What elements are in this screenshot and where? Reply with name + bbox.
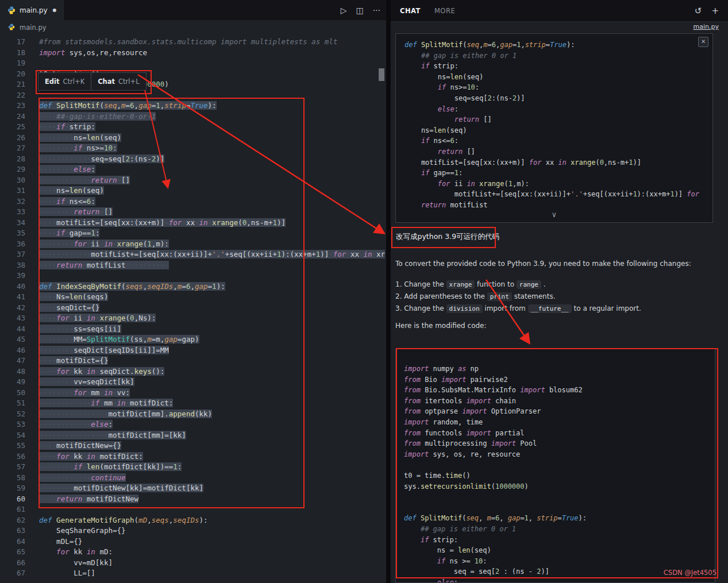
code-line[interactable]: 23def SplitMotif(seq,m=6,gap=1,strip=Tru… xyxy=(0,101,386,111)
code-line[interactable]: 24····##·gap·is·either·0·or·1 xyxy=(0,111,386,122)
line-number: 67 xyxy=(0,568,25,579)
code-line: ns = len(seq) xyxy=(404,545,715,556)
code-line[interactable]: 51············if·mm·in·motifDict: xyxy=(0,398,386,409)
code-line[interactable]: 17#from statsmodels.sandbox.stats.multic… xyxy=(0,37,386,48)
code-line[interactable]: 63 SeqShareGraph={} xyxy=(0,526,386,536)
chat-pane: CHAT MORE ↺ + main.py def SplitMotif(seq… xyxy=(391,0,728,583)
more-actions-button[interactable]: ··· xyxy=(373,6,380,15)
code-line[interactable]: 62def GenerateMotifGraph(mD,seqs,seqIDs)… xyxy=(0,515,386,526)
code-line[interactable]: 27········if·ns>=10: xyxy=(0,143,386,154)
tab-chat[interactable]: CHAT xyxy=(400,7,421,15)
tab-more[interactable]: MORE xyxy=(434,7,455,15)
tab-title: main.py xyxy=(20,6,48,14)
code-line[interactable]: 44········ss=seqs[ii] xyxy=(0,324,386,335)
code-line[interactable]: 64 mDL={} xyxy=(0,536,386,547)
history-icon[interactable]: ↺ xyxy=(695,6,702,16)
line-number: 36 xyxy=(0,239,25,250)
code-line[interactable]: 33········return·[] xyxy=(0,207,386,218)
code-line[interactable]: 50········for·mm·in·vv: xyxy=(0,388,386,399)
line-number: 41 xyxy=(0,292,25,303)
unsaved-dot-icon[interactable]: ● xyxy=(53,7,57,13)
line-number: 51 xyxy=(0,398,25,409)
code-line[interactable]: 49········vv=seqDict[kk] xyxy=(0,377,386,388)
line-number: 50 xyxy=(0,388,25,399)
line-number: 18 xyxy=(0,48,25,59)
code-line[interactable]: 55····motifDictNew={} xyxy=(0,441,386,451)
code-line: if strip: xyxy=(404,535,715,546)
code-line[interactable]: 47····motifDict={} xyxy=(0,356,386,366)
code-line: return motifList xyxy=(405,200,712,211)
pane-divider[interactable] xyxy=(386,0,391,583)
chat-code-2: import numpy as npfrom Bio import pairwi… xyxy=(396,349,715,583)
list-item: 1. Change the xrange function to range . xyxy=(395,279,641,291)
breadcrumb-item[interactable]: main.py xyxy=(20,24,47,32)
line-number: 44 xyxy=(0,324,25,335)
code-line[interactable]: 18import sys,os,re,resource xyxy=(0,48,386,59)
code-line[interactable]: 54················motifDict[mm]=[kk] xyxy=(0,430,386,441)
code-line: return [] xyxy=(405,114,712,125)
code-line: t0 = time.time() xyxy=(404,470,715,481)
edit-button[interactable]: Edit Ctrl+K xyxy=(38,73,91,90)
code-line[interactable]: 42····seqDict={} xyxy=(0,303,386,314)
line-number: 57 xyxy=(0,462,25,473)
code-line[interactable]: 53············else: xyxy=(0,419,386,430)
run-button[interactable]: ▷ xyxy=(341,6,347,15)
code-line[interactable]: 22 xyxy=(0,90,386,101)
code-line: for ii in xrange(1,m): xyxy=(405,179,712,190)
code-line[interactable]: 38····return·motifList·········· xyxy=(0,260,386,271)
tab-main-py[interactable]: main.py ● xyxy=(0,0,65,20)
code-line[interactable]: 52················motifDict[mm].append(k… xyxy=(0,409,386,420)
code-line[interactable]: 34····motifList=[seq[xx:(xx+m)]·for·xx·i… xyxy=(0,218,386,229)
code-line[interactable]: 57········if·len(motifDict[kk])==1: xyxy=(0,462,386,473)
code-line[interactable]: 31····ns=len(seq) xyxy=(0,186,386,196)
code-line: import sys, os, re, resource xyxy=(404,449,715,460)
code-line[interactable]: 56····for·kk·in·motifDict: xyxy=(0,451,386,462)
code-line[interactable]: 30············return·[] xyxy=(0,175,386,186)
line-number: 17 xyxy=(0,37,25,48)
scrollbar-thumb[interactable] xyxy=(379,68,384,81)
code-line[interactable]: 48····for·kk·in·seqDict.keys(): xyxy=(0,366,386,377)
code-line[interactable]: 39 xyxy=(0,271,386,281)
close-icon[interactable]: × xyxy=(698,37,708,47)
code-line[interactable]: 19 xyxy=(0,58,386,69)
code-line[interactable]: 59········motifDictNew[kk]=motifDict[kk] xyxy=(0,483,386,494)
watermark: CSDN @Jet4505 xyxy=(664,569,717,577)
code-line: if ns>=10: xyxy=(405,82,712,93)
code-line[interactable]: 35····if·gap==1: xyxy=(0,228,386,239)
code-line: motifList+=[seq[xx:(xx+ii)]+'.'+seq[(xx+… xyxy=(405,189,712,200)
code-line[interactable]: 37············motifList+=[seq[xx:(xx+ii)… xyxy=(0,249,386,260)
code-line[interactable]: 40def IndexSeqByMotif(seqs,seqIDs,m=6,ga… xyxy=(0,281,386,292)
code-line[interactable]: 41····Ns=len(seqs) xyxy=(0,292,386,303)
file-link-main-py[interactable]: main.py xyxy=(694,23,719,30)
breadcrumb[interactable]: main.py xyxy=(0,20,386,35)
code-line[interactable]: 61 xyxy=(0,504,386,515)
code-line[interactable]: 60····return·motifDictNew xyxy=(0,494,386,505)
line-number: 35 xyxy=(0,228,25,239)
new-chat-icon[interactable]: + xyxy=(711,6,719,16)
code-line[interactable]: 45········MM=SplitMotif(ss,m=m,gap=gap) xyxy=(0,334,386,345)
chevron-down-icon[interactable]: ∨ xyxy=(552,210,557,221)
code-line[interactable]: 67 LL=[] xyxy=(0,568,386,579)
line-number: 45 xyxy=(0,334,25,345)
line-number: 53 xyxy=(0,419,25,430)
editor-code[interactable]: 17#from statsmodels.sandbox.stats.multic… xyxy=(0,35,386,583)
code-line[interactable]: 58············continue xyxy=(0,473,386,484)
code-line[interactable]: 65 for kk in mD: xyxy=(0,547,386,558)
line-number: 59 xyxy=(0,483,25,494)
split-editor-button[interactable]: ◫ xyxy=(356,6,363,15)
chat-button[interactable]: Chat Ctrl+L xyxy=(91,73,145,90)
code-line[interactable]: 66 vv=mD[kk] xyxy=(0,558,386,569)
code-line[interactable]: 46········seqDict[seqIDs[ii]]=MM xyxy=(0,345,386,356)
code-line[interactable]: 32····if·ns<=6: xyxy=(0,196,386,207)
code-line[interactable]: 28············seq=seq[2:(ns-2)] xyxy=(0,154,386,165)
code-line[interactable]: 26········ns=len(seq) xyxy=(0,133,386,144)
line-number: 39 xyxy=(0,271,25,281)
line-number: 20 xyxy=(0,69,25,80)
chat-code-1: def SplitMotif(seq,m=6,gap=1,strip=True)… xyxy=(396,34,712,211)
code-line[interactable]: 25····if·strip: xyxy=(0,122,386,133)
code-line[interactable]: 29········else: xyxy=(0,164,386,175)
code-line: if gap==1: xyxy=(405,168,712,179)
code-line[interactable]: 36········for·ii·in·xrange(1,m): xyxy=(0,239,386,250)
code-line[interactable]: 43····for·ii·in·xrange(0,Ns): xyxy=(0,313,386,324)
line-number: 25 xyxy=(0,122,25,133)
